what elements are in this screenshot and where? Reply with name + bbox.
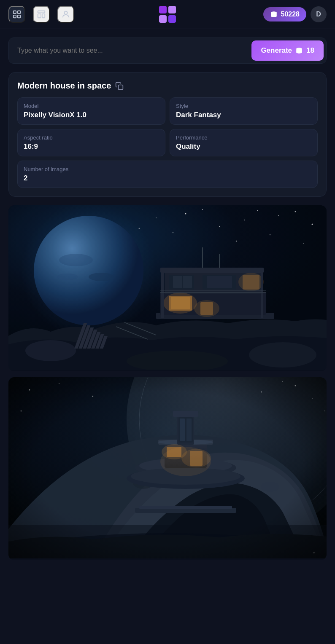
generate-label: Generate — [261, 46, 292, 55]
style-value: Dark Fantasy — [176, 111, 311, 119]
settings-grid: Model Pixelly VisionX 1.0 Style Dark Fan… — [17, 97, 318, 188]
user-nav-button[interactable] — [57, 6, 74, 23]
image-1-svg — [8, 205, 327, 370]
images-section: ✦ — [0, 201, 335, 569]
aspect-ratio-setting[interactable]: Aspect ratio 16:9 — [17, 129, 165, 156]
svg-rect-70 — [8, 205, 327, 370]
svg-rect-8 — [159, 6, 167, 13]
svg-rect-10 — [159, 15, 167, 23]
credits-value: 50228 — [281, 11, 300, 18]
svg-rect-1 — [18, 11, 20, 13]
nav-right: 50228 D — [263, 6, 327, 22]
style-label: Style — [176, 103, 311, 109]
svg-rect-4 — [38, 11, 45, 13]
performance-label: Performance — [176, 134, 311, 141]
avatar-button[interactable]: D — [311, 6, 327, 22]
aspect-ratio-value: 16:9 — [24, 142, 159, 151]
generated-image-2[interactable]: ✦ — [8, 377, 327, 560]
num-images-label: Number of images — [24, 166, 311, 172]
credits-stack-icon — [270, 11, 278, 18]
card-title: Modern house in space — [17, 81, 318, 91]
top-nav: 50228 D — [0, 0, 335, 29]
model-value: Pixelly VisionX 1.0 — [24, 111, 159, 119]
generate-stack-icon — [295, 47, 303, 54]
copy-icon[interactable] — [115, 82, 124, 90]
layout-nav-button[interactable] — [33, 6, 50, 23]
svg-rect-14 — [119, 85, 123, 89]
nav-left — [8, 6, 74, 23]
model-label: Model — [24, 103, 159, 109]
style-setting[interactable]: Style Dark Fantasy — [170, 97, 318, 125]
svg-rect-9 — [168, 6, 176, 13]
num-images-setting[interactable]: Number of images 2 — [17, 161, 318, 188]
generated-image-1[interactable] — [8, 205, 327, 371]
svg-rect-108 — [8, 377, 327, 558]
svg-rect-0 — [14, 11, 16, 13]
svg-point-7 — [64, 11, 67, 14]
aspect-ratio-label: Aspect ratio — [24, 134, 159, 141]
image-2-svg: ✦ — [8, 377, 327, 558]
num-images-value: 2 — [24, 174, 311, 182]
svg-rect-3 — [18, 15, 20, 18]
generate-credits: 18 — [306, 46, 314, 55]
model-setting[interactable]: Model Pixelly VisionX 1.0 — [17, 97, 165, 125]
search-input[interactable] — [9, 39, 249, 62]
search-section: Generate 18 — [0, 29, 335, 68]
app-logo — [159, 5, 176, 23]
generate-button[interactable]: Generate 18 — [251, 40, 324, 61]
grid-nav-button[interactable] — [8, 6, 25, 23]
svg-rect-5 — [38, 14, 41, 18]
search-bar: Generate 18 — [8, 38, 327, 64]
svg-rect-2 — [14, 15, 16, 18]
performance-setting[interactable]: Performance Quality — [170, 129, 318, 156]
credits-button[interactable]: 50228 — [263, 7, 307, 21]
svg-rect-6 — [42, 14, 45, 18]
settings-card: Modern house in space Model Pixelly Visi… — [8, 72, 327, 197]
svg-rect-11 — [168, 15, 176, 23]
performance-value: Quality — [176, 142, 311, 151]
avatar-label: D — [316, 11, 321, 18]
